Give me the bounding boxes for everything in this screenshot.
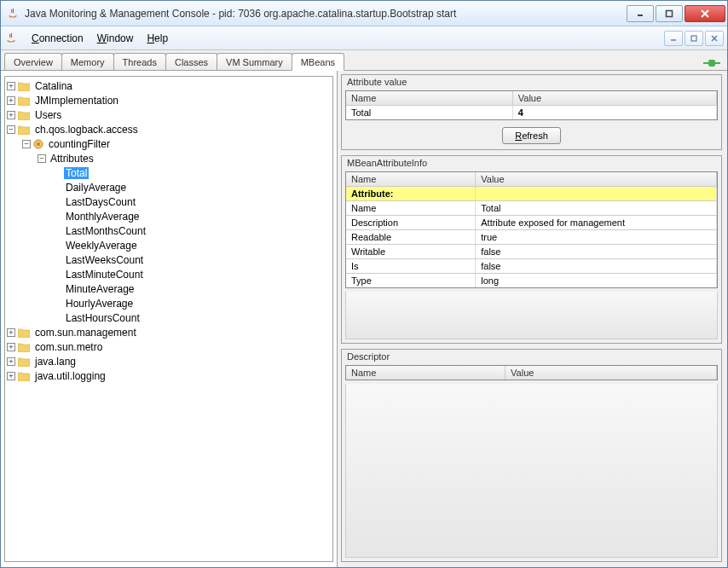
expand-icon[interactable]: + — [7, 82, 15, 90]
tree-node-label[interactable]: ch.qos.logback.access — [33, 124, 140, 136]
tree-node[interactable]: LastHoursCount — [7, 310, 331, 325]
info-filler — [345, 292, 718, 339]
tree-node-label[interactable]: Users — [33, 109, 63, 121]
tree-node-label[interactable]: MonthlyAverage — [64, 211, 142, 223]
inner-maximize-button[interactable] — [685, 31, 703, 46]
tree-node[interactable]: −countingFilter — [7, 136, 331, 151]
table-row[interactable]: Writablefalse — [346, 245, 717, 259]
refresh-row: Refresh — [342, 124, 721, 149]
descriptor-table: Name Value — [345, 365, 718, 380]
tree-node[interactable]: Total — [7, 165, 331, 180]
mbean-info-panel: MBeanAttributeInfo Name Value Attribute:… — [341, 155, 722, 344]
tree-node-label[interactable]: LastMonthsCount — [64, 225, 147, 237]
detail-panel: Attribute value Name Value Total 4 Refre… — [338, 71, 727, 567]
tree-node-label[interactable]: LastWeeksCount — [64, 254, 145, 266]
tree-node-label[interactable]: DailyAverage — [64, 182, 128, 194]
table-header: Name Value — [346, 366, 717, 380]
tree-node[interactable]: +JMImplementation — [7, 93, 331, 107]
expand-icon[interactable]: + — [7, 328, 15, 337]
menu-window[interactable]: Window — [90, 30, 141, 47]
expand-icon[interactable]: + — [7, 372, 15, 380]
expand-icon[interactable]: + — [7, 96, 15, 105]
tree-node[interactable]: DailyAverage — [7, 180, 331, 194]
expand-icon[interactable]: + — [7, 343, 15, 351]
table-row[interactable]: Attribute: — [346, 187, 717, 201]
svg-rect-8 — [708, 60, 715, 67]
tree-node-label[interactable]: MinuteAverage — [64, 283, 136, 295]
jconsole-window: Java Monitoring & Management Console - p… — [0, 0, 728, 568]
tab-bar: OverviewMemoryThreadsClassesVM SummaryMB… — [1, 50, 727, 71]
window-buttons — [627, 5, 725, 22]
table-header: Name Value — [346, 172, 717, 187]
tree-node[interactable]: LastWeeksCount — [7, 252, 331, 267]
table-row[interactable]: Isfalse — [346, 259, 717, 274]
expand-icon[interactable]: + — [7, 111, 15, 119]
tree-node[interactable]: +Catalina — [7, 78, 331, 93]
maximize-button[interactable] — [656, 5, 683, 22]
tree-node-label[interactable]: LastDaysCount — [64, 196, 137, 208]
tree-node-label[interactable]: JMImplementation — [33, 95, 120, 107]
descriptor-panel: Descriptor Name Value — [341, 349, 722, 562]
inner-minimize-button[interactable] — [664, 31, 683, 46]
table-row[interactable]: NameTotal — [346, 201, 717, 216]
tree-node[interactable]: +java.lang — [7, 354, 331, 368]
collapse-icon[interactable]: − — [7, 125, 15, 134]
tree-node[interactable]: −ch.qos.logback.access — [7, 122, 331, 136]
minimize-button[interactable] — [627, 5, 654, 22]
refresh-button[interactable]: Refresh — [502, 127, 561, 144]
mbean-tree[interactable]: +Catalina+JMImplementation+Users−ch.qos.… — [4, 76, 333, 562]
inner-window-buttons — [664, 31, 724, 46]
menu-help[interactable]: Help — [140, 30, 175, 47]
tree-node[interactable]: +Users — [7, 107, 331, 122]
content-area: +Catalina+JMImplementation+Users−ch.qos.… — [1, 71, 727, 567]
tree-node[interactable]: WeeklyAverage — [7, 238, 331, 252]
expand-icon[interactable]: + — [7, 357, 15, 366]
tab-threads[interactable]: Threads — [113, 53, 166, 70]
tree-node[interactable]: +com.sun.metro — [7, 339, 331, 354]
tree-node[interactable]: +java.util.logging — [7, 368, 331, 383]
attribute-value-table: Name Value Total 4 — [345, 90, 718, 120]
tree-node[interactable]: −Attributes — [7, 151, 331, 165]
tree-node-label[interactable]: LastMinuteCount — [64, 269, 145, 281]
tab-mbeans[interactable]: MBeans — [292, 53, 344, 71]
collapse-icon[interactable]: − — [22, 140, 31, 148]
table-row[interactable]: Readabletrue — [346, 230, 717, 245]
table-row[interactable]: Typelong — [346, 274, 717, 287]
tab-classes[interactable]: Classes — [165, 53, 217, 70]
tree-node-label[interactable]: Attributes — [49, 153, 95, 165]
close-button[interactable] — [685, 5, 725, 22]
tree-node[interactable]: HourlyAverage — [7, 296, 331, 310]
inner-close-button[interactable] — [705, 31, 724, 46]
tree-node-label[interactable]: Total — [64, 167, 89, 179]
tree-node-label[interactable]: WeeklyAverage — [64, 240, 139, 252]
tree-node-label[interactable]: java.util.logging — [33, 370, 107, 382]
tree-node[interactable]: +com.sun.management — [7, 325, 331, 339]
collapse-icon[interactable]: − — [38, 154, 46, 163]
svg-rect-1 — [667, 10, 673, 16]
table-row[interactable]: Total 4 — [346, 106, 717, 119]
tree-node[interactable]: LastMonthsCount — [7, 223, 331, 238]
tab-memory[interactable]: Memory — [61, 53, 114, 70]
menu-connection[interactable]: Connection — [25, 30, 90, 47]
svg-rect-5 — [691, 36, 696, 41]
tree-node-label[interactable]: com.sun.management — [33, 327, 138, 339]
tree-node-label[interactable]: Catalina — [33, 80, 74, 92]
tree-node-label[interactable]: countingFilter — [47, 138, 112, 150]
tree-node[interactable]: LastMinuteCount — [7, 267, 331, 281]
mbean-tree-panel: +Catalina+JMImplementation+Users−ch.qos.… — [1, 71, 338, 567]
attribute-value-title: Attribute value — [342, 75, 721, 90]
titlebar: Java Monitoring & Management Console - p… — [1, 1, 727, 26]
table-header: Name Value — [346, 91, 717, 106]
table-row[interactable]: DescriptionAttribute exposed for managem… — [346, 216, 717, 230]
tree-node-label[interactable]: com.sun.metro — [33, 341, 104, 353]
tab-overview[interactable]: Overview — [4, 53, 62, 70]
tree-node[interactable]: LastDaysCount — [7, 194, 331, 209]
java-icon — [4, 32, 18, 45]
tree-node-label[interactable]: LastHoursCount — [64, 312, 142, 324]
tab-vm-summary[interactable]: VM Summary — [217, 53, 292, 70]
mbean-info-table: Name Value Attribute:NameTotalDescriptio… — [345, 171, 718, 288]
tree-node[interactable]: MinuteAverage — [7, 281, 331, 296]
tree-node-label[interactable]: HourlyAverage — [64, 298, 135, 310]
tree-node-label[interactable]: java.lang — [33, 356, 78, 368]
tree-node[interactable]: MonthlyAverage — [7, 209, 331, 223]
